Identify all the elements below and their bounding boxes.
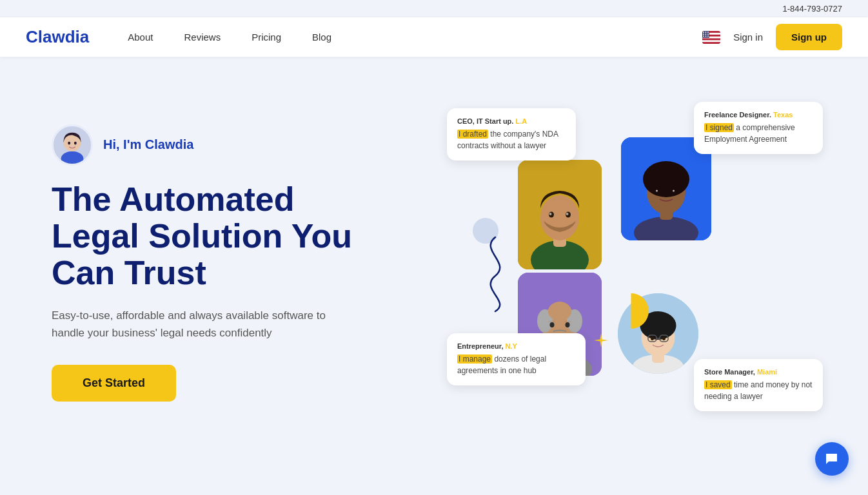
chat-icon	[824, 451, 840, 467]
nav-blog[interactable]: Blog	[312, 32, 331, 43]
svg-point-46	[566, 322, 570, 327]
hero-left: Hi, I'm Clawdia The Automated Legal Solu…	[52, 124, 434, 402]
clawdia-avatar-svg	[54, 126, 91, 164]
testimonial-card-entrepreneur: Entrepreneur, N.Y I manage dozens of leg…	[447, 333, 586, 385]
testimonial-role-4: Store Manager, Miami	[704, 368, 813, 376]
svg-point-17	[68, 141, 70, 144]
svg-point-32	[648, 162, 684, 188]
svg-point-33	[655, 189, 660, 195]
navbar: Clawdia About Reviews Pricing Blog	[0, 17, 868, 57]
nav-links: About Reviews Pricing Blog	[128, 32, 702, 43]
testimonial-role-1: CEO, IT Start up. L.A	[457, 117, 566, 125]
svg-point-5	[703, 32, 704, 33]
nav-reviews[interactable]: Reviews	[184, 32, 221, 43]
yellow-star-decoration	[594, 333, 608, 350]
top-bar: 1-844-793-0727	[0, 0, 868, 17]
hero-section: Hi, I'm Clawdia The Automated Legal Solu…	[0, 57, 868, 469]
testimonial-quote-3: I manage dozens of legal agreements in o…	[457, 353, 575, 376]
testimonial-card-freelance: Freelance Designer. Texas I signed a com…	[694, 102, 823, 154]
clawdia-intro: Hi, I'm Clawdia	[52, 124, 434, 166]
svg-point-34	[672, 189, 677, 195]
person-1-photo	[518, 160, 602, 269]
svg-point-13	[707, 35, 709, 37]
svg-point-12	[705, 35, 707, 37]
svg-point-35	[656, 190, 658, 192]
testimonial-card-store: Store Manager, Miami I saved time and mo…	[694, 359, 823, 411]
sign-in-link[interactable]: Sign in	[733, 32, 763, 43]
nav-right: Sign in Sign up	[702, 24, 842, 50]
svg-point-6	[705, 32, 707, 33]
person-4-photo	[618, 293, 698, 374]
testimonial-role-2: Freelance Designer. Texas	[704, 111, 813, 119]
nav-about[interactable]: About	[128, 32, 153, 43]
chat-button[interactable]	[815, 442, 849, 476]
svg-point-56	[662, 336, 666, 340]
testimonial-quote-4: I saved time and money by not needing a …	[704, 379, 813, 402]
intro-text: Hi, I'm Clawdia	[103, 137, 193, 152]
sign-up-button[interactable]: Sign up	[776, 24, 842, 50]
testimonial-quote-2: I signed a comprehensive Employment Agre…	[704, 122, 813, 145]
get-started-button[interactable]: Get Started	[52, 365, 176, 402]
svg-point-45	[550, 322, 555, 327]
svg-point-18	[74, 141, 77, 144]
svg-point-44	[548, 302, 571, 321]
svg-point-8	[703, 34, 704, 35]
phone-number: 1-844-793-0727	[782, 4, 842, 14]
avatar	[52, 124, 93, 166]
svg-point-10	[707, 34, 709, 35]
nav-pricing[interactable]: Pricing	[252, 32, 281, 43]
hero-headline: The Automated Legal Solution You Can Tru…	[52, 181, 434, 292]
hero-subtext: Easy-to-use, affordable and always avail…	[52, 307, 361, 342]
hero-right: CEO, IT Start up. L.A I drafted the comp…	[434, 102, 816, 424]
svg-point-7	[707, 32, 709, 33]
svg-point-36	[673, 190, 675, 192]
testimonial-role-3: Entrepreneur, N.Y	[457, 342, 575, 350]
svg-rect-3	[702, 40, 720, 42]
language-flag-icon[interactable]	[702, 31, 720, 44]
testimonial-card-ceo: CEO, IT Start up. L.A I drafted the comp…	[447, 108, 576, 160]
svg-point-55	[651, 336, 654, 340]
squiggle-decoration	[473, 231, 518, 317]
svg-point-22	[540, 195, 579, 240]
svg-point-9	[705, 34, 707, 35]
svg-point-11	[703, 35, 704, 37]
svg-point-26	[566, 213, 569, 215]
svg-point-25	[549, 213, 552, 215]
testimonial-quote-1: I drafted the company's NDA contracts wi…	[457, 128, 566, 151]
logo[interactable]: Clawdia	[26, 27, 89, 47]
